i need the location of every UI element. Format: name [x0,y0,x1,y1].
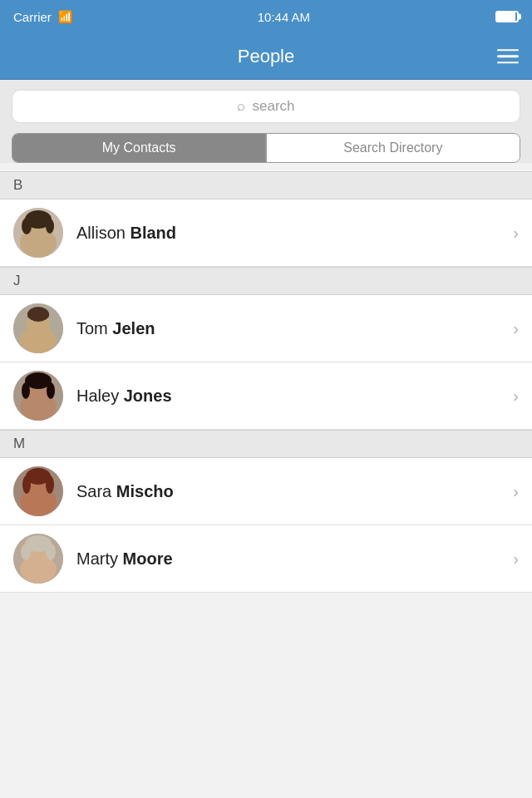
time-label: 10:44 AM [258,10,310,24]
contact-list: B Allison Bland › J [0,171,532,593]
avatar-allison [13,208,63,258]
svg-point-16 [47,382,55,399]
contact-row[interactable]: Allison Bland › [0,200,532,267]
search-icon: ⌕ [237,98,245,115]
contact-row[interactable]: Haley Jones › [0,362,532,430]
nav-bar: People [0,33,532,80]
status-bar: Carrier 📶 10:44 AM [0,0,532,33]
svg-point-4 [22,218,32,234]
svg-rect-10 [27,312,49,318]
section-header-b: B [0,171,532,200]
contact-name-tom: Tom Jelen [76,319,513,338]
avatar-sara [13,466,63,516]
carrier-label: Carrier [13,10,52,24]
section-header-j: J [0,267,532,295]
top-area: ⌕ search My Contacts Search Directory [0,80,532,163]
contact-name-allison: Allison Bland [76,224,513,243]
tab-search-directory[interactable]: Search Directory [267,134,520,162]
chevron-marty: › [513,549,519,569]
contact-name-sara: Sara Mischo [76,482,513,501]
wifi-icon: 📶 [58,10,72,23]
menu-button[interactable] [497,49,519,64]
segment-control: My Contacts Search Directory [12,133,520,163]
svg-point-21 [22,475,31,494]
avatar-tom [13,303,63,353]
section-header-m: M [0,430,532,458]
tab-my-contacts[interactable]: My Contacts [12,134,265,162]
avatar-haley [13,371,63,421]
menu-line-1 [497,49,519,52]
contact-row[interactable]: Tom Jelen › [0,295,532,362]
menu-line-3 [497,62,519,64]
chevron-tom: › [513,319,519,338]
chevron-allison: › [513,224,519,243]
contact-name-marty: Marty Moore [76,549,513,569]
svg-point-5 [46,219,54,234]
search-container: ⌕ search [0,80,532,133]
status-left: Carrier 📶 [13,10,72,24]
search-box[interactable]: ⌕ search [12,90,520,123]
svg-point-15 [22,382,30,399]
menu-line-2 [497,55,519,57]
chevron-sara: › [513,482,519,501]
nav-title: People [238,46,295,67]
chevron-haley: › [513,387,519,406]
svg-point-28 [46,544,56,560]
svg-point-27 [21,544,31,560]
contact-row[interactable]: Marty Moore › [0,525,532,593]
search-placeholder: search [252,98,294,115]
avatar-marty [13,534,63,584]
contact-row[interactable]: Sara Mischo › [0,458,532,525]
svg-point-22 [46,475,54,494]
battery-icon [495,11,519,22]
contact-name-haley: Haley Jones [76,387,513,406]
